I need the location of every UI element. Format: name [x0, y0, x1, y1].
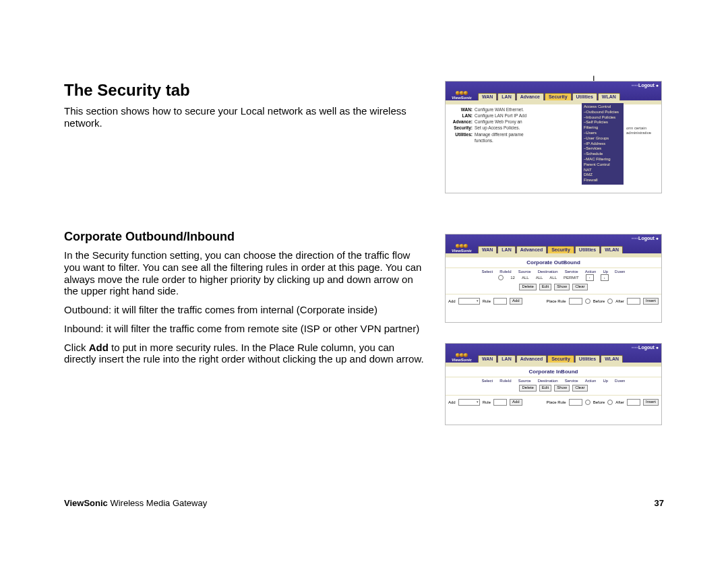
menu-item[interactable]: –User Groups: [584, 136, 621, 142]
text-bold: Add: [89, 342, 109, 353]
menu-item[interactable]: Firewall: [584, 178, 621, 183]
select-radio[interactable]: [498, 275, 504, 280]
tab-security[interactable]: Security: [547, 246, 574, 253]
tab-advance[interactable]: Advance: [516, 93, 544, 100]
add-label: Add: [448, 400, 456, 405]
tab-utilities[interactable]: Utilities: [575, 355, 600, 363]
body-paragraph: In the Security function setting, you ca…: [64, 249, 428, 297]
tab-lan[interactable]: LAN: [497, 246, 515, 253]
insert-button[interactable]: Insert: [643, 399, 659, 406]
clear-button[interactable]: Clear: [572, 385, 587, 392]
screenshot-corporate-outbound: ViewSonic WAN LAN Advanced Security Util…: [445, 234, 662, 323]
rule-label: Rule: [483, 299, 491, 304]
rule-label: Rule: [483, 400, 491, 405]
rule-number-input[interactable]: [493, 298, 507, 305]
place-rule-label: Place Rule: [547, 299, 566, 304]
tab-advanced[interactable]: Advanced: [516, 246, 547, 253]
menu-item[interactable]: –Outbound Policies: [584, 110, 621, 115]
logout-link[interactable]: Logout ●: [631, 236, 659, 241]
footer-brand: ViewSonic: [64, 498, 108, 508]
tab-utilities[interactable]: Utilities: [575, 246, 600, 253]
table-row: 12 ALL ALL ALL PERMIT ↑ ↓: [446, 274, 661, 282]
val: Set up Access Policies.: [475, 125, 520, 130]
logout-link[interactable]: Logout ●: [631, 345, 659, 350]
cell: 12: [510, 276, 515, 280]
tab-security[interactable]: Security: [547, 355, 574, 363]
page-footer: ViewSonic Wireless Media Gateway 37: [64, 498, 664, 508]
add-label: Add: [448, 299, 456, 304]
tab-wlan[interactable]: WLAN: [601, 246, 623, 253]
edit-button[interactable]: Edit: [539, 284, 551, 290]
logout-link[interactable]: Logout ●: [631, 83, 659, 88]
menu-item[interactable]: –IP Address: [584, 142, 621, 147]
place-target-input[interactable]: [627, 298, 640, 305]
menu-item[interactable]: Access Control: [584, 104, 621, 110]
show-button[interactable]: Show: [554, 385, 570, 392]
delete-button[interactable]: Delete: [519, 385, 536, 392]
menu-item[interactable]: –Inbound Policies: [584, 115, 621, 121]
place-rule-input[interactable]: [569, 298, 582, 305]
down-arrow-button[interactable]: ↓: [601, 274, 609, 281]
before-radio[interactable]: [585, 299, 590, 304]
up-arrow-button[interactable]: ↑: [586, 274, 594, 281]
brand-text: ViewSonic: [452, 96, 472, 100]
nav-description-list: WAN:Configure WAN Ethernet. LAN:Configur…: [448, 107, 579, 185]
after-radio[interactable]: [607, 400, 613, 405]
menu-item[interactable]: Filtering: [584, 125, 621, 131]
rule-type-select[interactable]: [458, 399, 480, 406]
panel-title: Corporate InBound: [446, 367, 661, 377]
brand-text: ViewSonic: [452, 358, 472, 363]
page-heading: The Security tab: [64, 81, 428, 100]
footer-left: ViewSonic Wireless Media Gateway: [64, 498, 207, 508]
key: Advance:: [448, 119, 475, 124]
tab-wan[interactable]: WAN: [478, 93, 497, 100]
key: LAN:: [448, 113, 475, 118]
footer-text: Wireless Media Gateway: [108, 498, 207, 508]
menu-item[interactable]: –Services: [584, 146, 621, 152]
insert-button[interactable]: Insert: [643, 298, 659, 305]
menu-item[interactable]: Parent Control: [584, 162, 621, 168]
brand-text: ViewSonic: [452, 249, 472, 253]
rule-type-select[interactable]: [458, 298, 480, 305]
tab-security[interactable]: Security: [545, 93, 572, 100]
rule-number-input[interactable]: [493, 399, 507, 406]
menu-item[interactable]: NAT: [584, 168, 621, 173]
tab-lan[interactable]: LAN: [497, 355, 515, 363]
menu-item[interactable]: –Self Policies: [584, 120, 621, 125]
tab-wlan[interactable]: WLAN: [598, 93, 620, 100]
security-dropdown-menu[interactable]: Access Control –Outbound Policies –Inbou…: [582, 103, 624, 185]
tab-wan[interactable]: WAN: [478, 355, 497, 363]
edit-button[interactable]: Edit: [539, 385, 551, 392]
add-button[interactable]: Add: [510, 298, 522, 305]
clear-button[interactable]: Clear: [572, 284, 587, 290]
page-number: 37: [655, 498, 664, 508]
tab-advanced[interactable]: Advanced: [516, 355, 547, 363]
text: to put in more security rules. In the Pl…: [64, 342, 424, 365]
delete-button[interactable]: Delete: [519, 284, 536, 290]
tab-wlan[interactable]: WLAN: [601, 355, 623, 363]
tab-lan[interactable]: LAN: [497, 93, 515, 100]
text: Click: [64, 342, 89, 353]
tab-utilities[interactable]: Utilities: [572, 93, 597, 100]
menu-item[interactable]: –Schedule: [584, 152, 621, 157]
val: Configure Web Proxy an: [475, 119, 522, 124]
table-header: SelectRuleIdSourceDestinationServiceActi…: [446, 268, 661, 275]
add-button[interactable]: Add: [510, 399, 522, 406]
after-radio[interactable]: [607, 299, 613, 304]
table-header: SelectRuleIdSourceDestinationServiceActi…: [446, 377, 661, 384]
val: Configure WAN Ethernet.: [475, 107, 524, 112]
place-target-input[interactable]: [627, 399, 640, 406]
before-label: Before: [593, 299, 605, 304]
before-radio[interactable]: [585, 400, 590, 405]
menu-item[interactable]: DMZ: [584, 173, 621, 178]
tab-wan[interactable]: WAN: [478, 246, 497, 253]
menu-item[interactable]: –Users: [584, 131, 621, 136]
val: Manage different parame: [475, 132, 524, 137]
place-rule-input[interactable]: [569, 399, 582, 406]
cell: ALL: [549, 276, 557, 280]
after-label: After: [615, 299, 624, 304]
show-button[interactable]: Show: [554, 284, 570, 290]
after-label: After: [615, 400, 624, 405]
body-paragraph: Click Add to put in more security rules.…: [64, 342, 428, 365]
menu-item[interactable]: –MAC Filtering: [584, 157, 621, 162]
